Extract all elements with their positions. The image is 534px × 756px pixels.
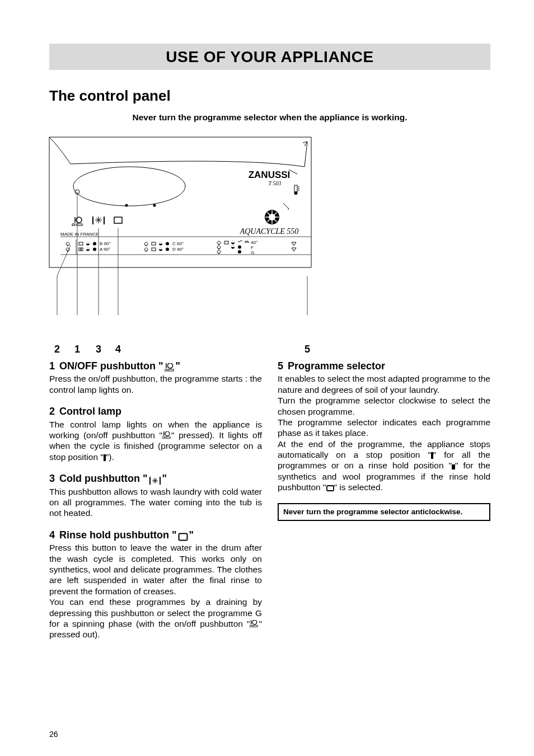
para-selector-3: The programme selector indicates each pr… [278, 417, 490, 439]
page-title-banner: USE OF YOUR APPLIANCE [49, 44, 490, 70]
svg-point-11 [153, 204, 156, 206]
svg-rect-33 [114, 217, 122, 223]
left-column: 1 ON/OFF pushbutton "" Press the on/off … [49, 360, 262, 650]
section-title: The control panel [49, 87, 490, 105]
para-rinsehold-1: Press this button to leave the water in … [49, 542, 262, 597]
rinsehold-icon [178, 533, 188, 541]
svg-text:B 90°: B 90° [100, 241, 111, 246]
svg-rect-38 [79, 248, 81, 251]
para-rinsehold-2: You can end these programmes by a draini… [49, 597, 262, 640]
svg-rect-26 [77, 224, 82, 226]
para-controllamp: The control lamp lights on when the appl… [49, 419, 262, 463]
svg-point-4 [294, 191, 298, 195]
svg-text:40°: 40° [251, 240, 257, 245]
svg-point-42 [93, 242, 96, 245]
heading-rinsehold: 4 Rinse hold pushbutton "" [49, 529, 262, 542]
svg-text:G: G [251, 250, 254, 255]
svg-rect-47 [152, 248, 156, 251]
callout-4: 4 [115, 343, 121, 356]
body-columns: 1 ON/OFF pushbutton "" Press the on/off … [49, 360, 490, 650]
svg-rect-54 [224, 241, 228, 244]
cycle-diagram-icon [73, 167, 185, 207]
callout-3: 3 [96, 343, 101, 356]
top-warning: Never turn the programme selector when t… [49, 112, 490, 123]
svg-point-70 [167, 363, 172, 368]
subbrand-text: AQUACYCLE 550 [240, 227, 299, 236]
onoff-icon [250, 620, 259, 628]
control-panel-figure: ZANUSSI T 503 [48, 136, 322, 343]
svg-rect-72 [168, 369, 174, 371]
svg-rect-84 [179, 534, 187, 541]
onoff-icon [165, 363, 175, 372]
snowflake-icon [93, 217, 104, 224]
svg-point-10 [125, 204, 128, 206]
para-selector-2: Turn the programme selector clockwise to… [278, 395, 490, 417]
made-in-text: MADE IN FRANCE [60, 232, 99, 237]
svg-rect-87 [250, 626, 252, 627]
svg-point-51 [166, 247, 169, 251]
heading-controllamp: 2 Control lamp [49, 405, 262, 418]
para-selector-1: It enables to select the most adapted pr… [278, 373, 490, 395]
callout-2: 2 [54, 343, 60, 356]
svg-point-24 [76, 217, 82, 223]
svg-text:C 60°: C 60° [172, 241, 184, 246]
snowflake-icon [149, 476, 161, 485]
svg-rect-76 [166, 437, 170, 439]
svg-rect-25 [72, 224, 75, 226]
rinsehold-icon [326, 485, 334, 491]
right-column: 5 Programme selector It enables to selec… [278, 360, 490, 650]
svg-rect-46 [152, 242, 156, 245]
svg-text:F: F [251, 245, 254, 250]
para-selector-4: At the end of the programme, the applian… [278, 439, 490, 493]
rinsehold-icon [114, 217, 122, 223]
svg-point-86 [252, 620, 257, 624]
svg-point-74 [165, 431, 170, 436]
svg-rect-37 [79, 242, 83, 245]
programme-dial-icon [265, 203, 289, 224]
heading-cold: 3 Cold pushbutton "" [49, 472, 262, 485]
svg-rect-75 [162, 437, 165, 439]
svg-point-43 [93, 247, 96, 251]
svg-point-57 [238, 245, 241, 248]
svg-rect-91 [327, 486, 334, 491]
callout-5: 5 [305, 343, 310, 356]
model-text: T 503 [269, 180, 282, 186]
svg-point-50 [166, 242, 169, 245]
svg-rect-39 [81, 248, 83, 251]
heading-onoff: 1 ON/OFF pushbutton "" [49, 360, 262, 373]
warning-box: Never turn the programme selector anticl… [278, 503, 490, 522]
para-cold: This pushbutton allows to wash laundry w… [49, 486, 262, 519]
heading-selector: 5 Programme selector [278, 360, 490, 373]
svg-text:D 40°: D 40° [172, 247, 184, 252]
svg-rect-71 [165, 369, 167, 371]
para-onoff: Press the on/off pushbutton, the program… [49, 373, 262, 395]
svg-rect-3 [294, 185, 297, 192]
svg-line-68 [57, 245, 71, 276]
onoff-icon [162, 431, 171, 439]
brand-text: ZANUSSI [249, 170, 291, 180]
page-number: 26 [49, 730, 58, 740]
svg-point-58 [238, 250, 241, 253]
svg-rect-88 [254, 626, 258, 627]
thermometer-icon [294, 185, 300, 195]
svg-text:A 90°: A 90° [100, 247, 110, 252]
svg-point-8 [73, 167, 185, 206]
callout-1: 1 [74, 343, 80, 356]
